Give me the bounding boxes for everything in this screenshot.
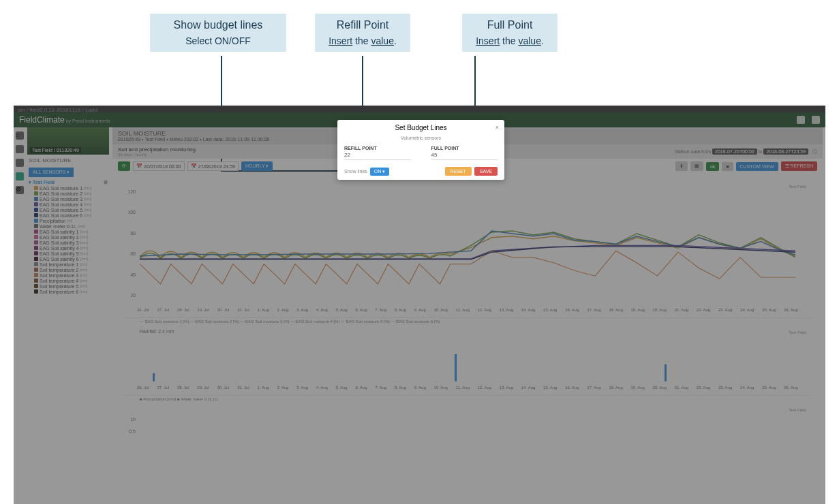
grid-button[interactable]: ▦ bbox=[690, 161, 703, 171]
tree-item[interactable]: EAG Soil salinity 6 [cm] bbox=[29, 256, 108, 262]
tree-item[interactable]: Soil temperature 5 [cm] bbox=[29, 283, 108, 289]
tree-item[interactable]: EAG Soil moisture 1 [cm] bbox=[29, 185, 108, 191]
full-input[interactable]: 45 bbox=[431, 151, 498, 160]
tree-gear-icon[interactable]: ⚙ bbox=[104, 180, 108, 185]
monitoring-title: Soil and precipitation monitoring bbox=[118, 146, 196, 153]
section-title: SOIL MOISTURE bbox=[27, 155, 109, 166]
info-icon[interactable]: ⓘ bbox=[812, 149, 817, 154]
reset-button[interactable]: RESET bbox=[445, 167, 472, 176]
chart-icon[interactable] bbox=[16, 159, 24, 167]
field-label: Test Field / 011026:49 bbox=[30, 147, 81, 153]
ok-button[interactable]: ok bbox=[706, 162, 719, 171]
tree-item[interactable]: EAG Soil salinity 5 [cm] bbox=[29, 251, 108, 256]
list-icon[interactable] bbox=[16, 145, 24, 153]
home-icon[interactable]: ⌂ bbox=[16, 131, 24, 140]
tree-item[interactable]: Water meter 0.1L [cm] bbox=[29, 223, 108, 229]
save-button[interactable]: SAVE bbox=[474, 167, 498, 176]
close-icon[interactable]: × bbox=[495, 124, 499, 131]
browser-tab: sm / field2.0.12-20161116 / Ladd bbox=[14, 106, 825, 112]
tree-item[interactable]: Soil temperature 6 [cm] bbox=[29, 289, 108, 294]
rain-bar bbox=[665, 364, 667, 381]
third-chart: Test Field 0.51h bbox=[123, 405, 812, 460]
reload-button[interactable]: ⟳ bbox=[118, 161, 130, 171]
rain-bar bbox=[455, 354, 457, 381]
callout-budget-lines: Show budget lines Select ON/OFF bbox=[150, 14, 286, 52]
refresh-button[interactable]: ☰ REFRESH bbox=[781, 161, 817, 171]
field-thumbnail[interactable]: Test Field / 011026:49 bbox=[27, 127, 109, 155]
hourly-dropdown[interactable]: HOURLY ▾ bbox=[241, 161, 273, 171]
user-icon[interactable] bbox=[797, 116, 805, 124]
nav-sidebar: ⌂ ⚙ bbox=[14, 127, 26, 198]
tree-item[interactable]: EAG Soil moisture 5 [cm] bbox=[29, 207, 108, 212]
tree-item[interactable]: EAG Soil moisture 2 [cm] bbox=[29, 191, 108, 196]
show-lines-toggle[interactable]: ON ▾ bbox=[370, 168, 389, 176]
rain-bar bbox=[153, 373, 155, 381]
droplet-icon[interactable] bbox=[16, 172, 24, 180]
gear-icon[interactable]: ⚙ bbox=[16, 186, 24, 194]
chart2-legend: ■ Precipitation [mm] ■ Water meter 0.1L … bbox=[123, 396, 812, 403]
tree-item[interactable]: EAG Soil salinity 1 [cm] bbox=[29, 229, 108, 234]
tree-item[interactable]: EAG Soil salinity 3 [cm] bbox=[29, 240, 108, 245]
budget-lines-modal: Set Budget Lines × Volumetric sensors RE… bbox=[337, 120, 504, 180]
full-label: FULL POINT bbox=[431, 146, 498, 151]
refill-input[interactable]: 22 bbox=[344, 151, 411, 160]
download-button[interactable]: ⬇ bbox=[675, 161, 688, 171]
custom-view-button[interactable]: CUSTOM VIEW bbox=[736, 162, 778, 171]
callout-full-point: Full Point Insert the value. bbox=[462, 14, 558, 52]
tree-item[interactable]: Soil temperature 3 [cm] bbox=[29, 272, 108, 278]
show-lines-label: Show lines bbox=[344, 169, 367, 174]
tree-item[interactable]: Soil temperature 1 [cm] bbox=[29, 262, 108, 267]
tree-item[interactable]: Soil temperature 4 [cm] bbox=[29, 278, 108, 283]
station-data-range: Station data from 2018-07-26T00:00 to 20… bbox=[675, 148, 817, 155]
tree-root[interactable]: ▾ Test Field⚙ bbox=[29, 180, 108, 185]
tree-item[interactable]: EAG Soil moisture 3 [cm] bbox=[29, 196, 108, 202]
globe-icon[interactable] bbox=[812, 116, 820, 124]
app-logo: FieldClimateby Pessl Instruments bbox=[19, 115, 110, 125]
date-to-picker[interactable]: 📅 27/08/2018 23:59 bbox=[187, 161, 239, 171]
tree-item[interactable]: EAG Soil moisture 6 [cm] bbox=[29, 212, 108, 218]
tree-item[interactable]: Soil temperature 2 [cm] bbox=[29, 267, 108, 272]
other-button[interactable]: ■ bbox=[722, 162, 733, 171]
sensor-tree: ▾ Test Field⚙ EAG Soil moisture 1 [cm]EA… bbox=[27, 178, 109, 296]
moisture-lines bbox=[140, 185, 795, 304]
date-from-picker[interactable]: 📅 26/07/2018 00:00 bbox=[133, 161, 185, 171]
left-panel: Test Field / 011026:49 SOIL MOISTURE ALL… bbox=[27, 127, 109, 296]
refill-label: REFILL POINT bbox=[344, 146, 411, 151]
modal-subtitle: Volumetric sensors bbox=[337, 136, 504, 143]
moisture-chart: Test Field 20406080100120 26. Jul27. Jul… bbox=[123, 182, 812, 318]
callout-refill-point: Refill Point Insert the value. bbox=[315, 14, 410, 52]
tree-item[interactable]: EAG Soil salinity 4 [cm] bbox=[29, 245, 108, 251]
chart-area: Test Field 20406080100120 26. Jul27. Jul… bbox=[118, 176, 817, 465]
tree-item[interactable]: Precipitation [st] bbox=[29, 218, 108, 223]
modal-header: Set Budget Lines × bbox=[337, 120, 504, 136]
chart1-legend: — EAG Soil moisture 1 [%] — EAG Soil moi… bbox=[123, 318, 812, 325]
rainfall-chart: Test Field Rainfall: 2.4 mm 26. Jul27. J… bbox=[123, 328, 812, 396]
tree-item[interactable]: EAG Soil salinity 2 [cm] bbox=[29, 234, 108, 240]
all-sensors-dropdown[interactable]: ALL SENSORS ▾ bbox=[29, 168, 74, 177]
tree-item[interactable]: EAG Soil moisture 4 [cm] bbox=[29, 202, 108, 207]
